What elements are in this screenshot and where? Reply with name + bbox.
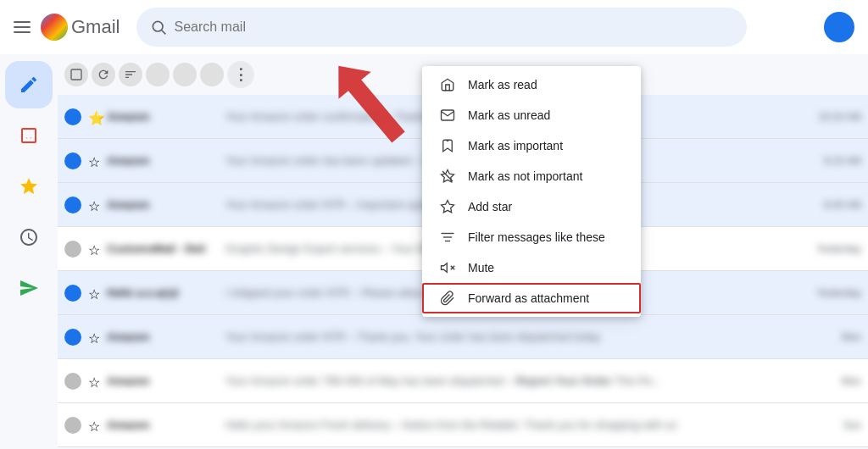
gmail-logo-text: Gmail xyxy=(71,16,120,38)
clock-icon xyxy=(19,227,39,247)
checkbox-icon xyxy=(64,241,81,258)
star-icon: ☆ xyxy=(88,154,102,168)
checkbox-icon xyxy=(64,373,81,390)
checkbox-icon xyxy=(64,197,81,213)
filter-icon xyxy=(439,229,456,246)
menu-label-forward-attachment: Forward as attachment xyxy=(468,291,624,305)
sidebar-item-sent[interactable] xyxy=(5,264,53,312)
email-preview: Your Amazon order 789-456 of May has bee… xyxy=(225,374,835,387)
svg-rect-2 xyxy=(71,69,81,80)
bookmark-icon xyxy=(439,137,456,154)
checkbox-icon xyxy=(64,152,81,169)
search-bar[interactable] xyxy=(136,8,747,47)
email-time: 8:45 AM xyxy=(824,199,861,211)
search-icon xyxy=(150,19,167,36)
email-sender: CustomsMail - Deli xyxy=(107,242,225,255)
more-options-button[interactable]: ⋮ xyxy=(227,61,254,88)
topbar-right xyxy=(824,12,854,42)
table-row[interactable]: ☆ Amazon Hello your Amazon Fresh deliver… xyxy=(58,403,868,447)
star-icon: ☆ xyxy=(88,419,102,432)
email-time: Sun xyxy=(843,419,861,431)
search-input[interactable] xyxy=(174,19,733,35)
envelope-open-icon xyxy=(439,76,456,93)
menu-item-mute[interactable]: Mute xyxy=(422,252,641,283)
star-icon: ☆ xyxy=(88,198,102,212)
mute-icon xyxy=(439,259,456,276)
email-preview: Hello your Amazon Fresh delivery – Notic… xyxy=(225,419,837,431)
svg-line-1 xyxy=(162,30,166,35)
svg-point-0 xyxy=(153,21,164,31)
attachment-icon xyxy=(439,290,456,307)
menu-hamburger-icon[interactable] xyxy=(14,21,31,33)
refresh-icon xyxy=(97,68,110,81)
filter-button[interactable] xyxy=(146,63,170,86)
email-time: Mon xyxy=(842,331,861,343)
email-preview: Your Amazon order NTR – Thank you, Your … xyxy=(225,330,835,343)
envelope-icon xyxy=(439,107,456,124)
email-sender: Hello a.o.a(s)l xyxy=(107,286,225,299)
context-menu: Mark as read Mark as unread Mark as impo… xyxy=(422,66,641,317)
label-button[interactable] xyxy=(173,63,197,86)
sort-icon xyxy=(124,68,137,81)
email-sender: Amazon xyxy=(107,110,225,123)
svg-marker-9 xyxy=(442,263,448,273)
menu-item-mark-important[interactable]: Mark as important xyxy=(422,130,641,161)
sort-button[interactable] xyxy=(119,63,142,86)
star-icon: ☆ xyxy=(88,330,102,344)
sidebar-item-starred[interactable] xyxy=(5,163,53,210)
gmail-logo: Gmail xyxy=(41,14,120,41)
checkbox-icon xyxy=(64,285,81,302)
email-time: Yesterday xyxy=(816,287,861,299)
star-outline-icon xyxy=(439,198,456,215)
gmail-logo-icon xyxy=(41,14,68,41)
svg-marker-5 xyxy=(442,201,454,213)
star-icon: ☆ xyxy=(88,242,102,256)
email-sender: Amazon xyxy=(107,154,225,167)
email-sender: Amazon xyxy=(107,419,225,431)
email-time: 10:24 AM xyxy=(818,111,861,123)
send-icon xyxy=(19,278,39,298)
email-sender: Amazon xyxy=(107,374,225,387)
email-sender: Amazon xyxy=(107,330,225,343)
table-row[interactable]: ☆ Amazon Your Amazon order NTR – Thank y… xyxy=(58,315,868,359)
menu-label-add-star: Add star xyxy=(468,200,624,213)
email-time: Mon xyxy=(842,375,861,387)
menu-item-mark-read[interactable]: Mark as read xyxy=(422,69,641,100)
menu-label-mark-important: Mark as important xyxy=(468,139,624,152)
checkbox-button[interactable] xyxy=(64,63,88,86)
checkbox-icon xyxy=(64,417,81,434)
menu-item-filter-messages[interactable]: Filter messages like these xyxy=(422,222,641,252)
sidebar-item-compose[interactable] xyxy=(5,61,53,108)
topbar: Gmail xyxy=(0,0,868,54)
menu-item-mark-unread[interactable]: Mark as unread xyxy=(422,100,641,130)
email-time: 9:15 AM xyxy=(824,155,861,167)
menu-item-mark-not-important[interactable]: Mark as not important xyxy=(422,161,641,191)
menu-item-add-star[interactable]: Add star xyxy=(422,191,641,222)
refresh-button[interactable] xyxy=(92,63,115,86)
checkbox-icon xyxy=(70,68,83,81)
menu-label-mark-read: Mark as read xyxy=(468,78,624,91)
inbox-icon xyxy=(19,125,39,146)
checkbox-icon xyxy=(64,329,81,346)
move-button[interactable] xyxy=(200,63,224,86)
star-icon xyxy=(19,176,39,197)
table-row[interactable]: ☆ Amazon Your Amazon order 789-456 of Ma… xyxy=(58,359,868,403)
pencil-icon xyxy=(19,75,39,95)
star-icon: ☆ xyxy=(88,374,102,388)
menu-label-mute: Mute xyxy=(468,261,624,274)
menu-label-mark-unread: Mark as unread xyxy=(468,108,624,122)
avatar[interactable] xyxy=(824,12,854,42)
sidebar xyxy=(0,54,58,449)
sidebar-item-inbox[interactable] xyxy=(5,112,53,159)
bookmark-off-icon xyxy=(439,168,456,185)
email-time: Yesterday xyxy=(816,243,861,255)
star-icon: ☆ xyxy=(88,286,102,300)
sidebar-item-snoozed[interactable] xyxy=(5,213,53,261)
checkbox-icon xyxy=(64,108,81,125)
star-icon: ⭐ xyxy=(88,110,102,124)
email-sender: Amazon xyxy=(107,198,225,211)
menu-item-forward-attachment[interactable]: Forward as attachment xyxy=(422,283,641,313)
menu-label-filter-messages: Filter messages like these xyxy=(468,230,624,244)
menu-label-mark-not-important: Mark as not important xyxy=(468,169,624,183)
